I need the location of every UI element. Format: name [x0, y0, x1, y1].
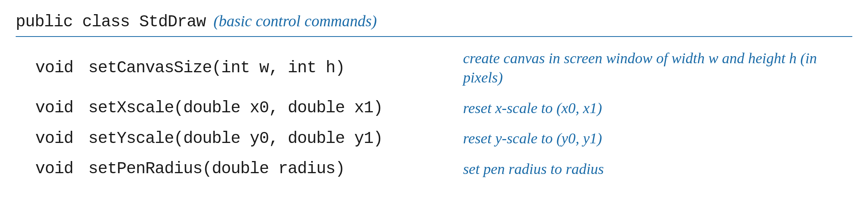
return-type: void [35, 159, 88, 178]
method-description: create canvas in screen window of width … [463, 49, 836, 88]
method-signature: voidsetYscale(double y0, double y1) [35, 129, 463, 148]
method-name-params: setYscale(double y0, double y1) [88, 129, 383, 148]
method-signature: voidsetPenRadius(double radius) [35, 159, 463, 178]
method-description: set pen radius to radius [463, 159, 604, 179]
method-name-params: setCanvasSize(int w, int h) [88, 59, 345, 77]
class-subtitle: (basic control commands) [213, 12, 377, 30]
api-header: public class StdDraw (basic control comm… [16, 12, 852, 37]
return-type: void [35, 129, 88, 148]
method-description: reset y-scale to (y0, y1) [463, 129, 602, 148]
method-list: voidsetCanvasSize(int w, int h) create c… [16, 49, 852, 179]
method-row: voidsetPenRadius(double radius) set pen … [35, 159, 852, 179]
method-description: reset x-scale to (x0, x1) [463, 99, 602, 118]
method-row: voidsetXscale(double x0, double x1) rese… [35, 99, 852, 118]
class-declaration: public class StdDraw [16, 13, 206, 31]
method-row: voidsetYscale(double y0, double y1) rese… [35, 129, 852, 148]
return-type: void [35, 59, 88, 77]
method-signature: voidsetCanvasSize(int w, int h) [35, 59, 463, 77]
method-signature: voidsetXscale(double x0, double x1) [35, 99, 463, 117]
method-name-params: setXscale(double x0, double x1) [88, 99, 383, 117]
method-row: voidsetCanvasSize(int w, int h) create c… [35, 49, 852, 88]
method-name-params: setPenRadius(double radius) [88, 159, 345, 178]
return-type: void [35, 99, 88, 117]
